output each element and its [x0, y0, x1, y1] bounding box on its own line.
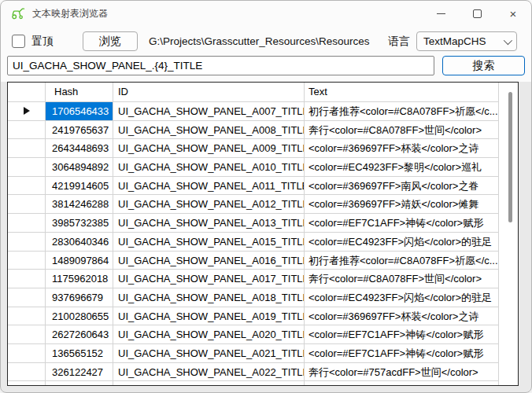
table-row[interactable]: 326122427 UI_GACHA_SHOW_PANEL_A022_TITLE… — [8, 363, 499, 382]
pin-on-top-label[interactable]: 置顶 — [31, 35, 54, 49]
table-header-text[interactable]: Text — [305, 83, 499, 102]
text-cell[interactable]: 奔行<color=#757acdFF>世间</color> — [305, 363, 499, 382]
pin-on-top-checkbox[interactable] — [12, 35, 25, 48]
minimize-button[interactable] — [423, 1, 459, 26]
table-row[interactable]: 3814246288 UI_GACHA_SHOW_PANEL_A012_TITL… — [8, 195, 499, 214]
row-selector-cell[interactable] — [8, 121, 46, 140]
text-cell[interactable]: <color=#EF7C1AFF>神铸</color>赋形 — [305, 214, 499, 233]
table-header: Hash ID Text — [8, 83, 499, 102]
id-cell[interactable]: UI_GACHA_SHOW_PANEL_A009_TITLE — [113, 139, 305, 158]
browse-button[interactable]: 浏览 — [83, 31, 138, 51]
id-cell[interactable]: UI_GACHA_SHOW_PANEL_A022_TITLE — [113, 363, 305, 382]
titlebar[interactable]: 文本映射表浏览器 × — [1, 1, 531, 26]
text-cell[interactable]: <color=#369697FF>杯装</color>之诗 — [305, 139, 499, 158]
hash-cell[interactable]: 3064894892 — [46, 158, 113, 177]
text-cell[interactable]: <color=#369697FF>靖妖</color>傩舞 — [305, 195, 499, 214]
table-row[interactable]: 2627260643 UI_GACHA_SHOW_PANEL_A020_TITL… — [8, 325, 499, 344]
row-selector-cell[interactable] — [8, 381, 46, 386]
row-selector-cell[interactable] — [8, 344, 46, 363]
row-selector-cell[interactable] — [8, 214, 46, 233]
hash-cell[interactable]: 1489097864 — [46, 252, 113, 270]
hash-cell[interactable]: 1706546433 — [46, 102, 113, 121]
text-cell[interactable]: <color=#369697FF>杯装</color>之诗 — [305, 307, 499, 326]
id-cell[interactable]: UI_GACHA_SHOW_PANEL_A020_TITLE — [113, 325, 305, 344]
id-cell[interactable]: UI_GACHA_SHOW_PANEL_A010_TITLE — [113, 158, 305, 177]
row-selector-cell[interactable] — [8, 325, 46, 344]
text-cell[interactable]: 初行者推荐<color=#C8A078FF>祈愿</c... — [305, 102, 499, 121]
text-cell[interactable]: 初行者推荐<color=#C8A078FF>祈愿</c... — [305, 252, 499, 270]
current-row-arrow-icon — [24, 107, 30, 115]
text-cell[interactable]: <color=#EF7C1AFF>神铸</color>赋形 — [305, 325, 499, 344]
table-row[interactable]: 136565152 UI_GACHA_SHOW_PANEL_A021_TITLE… — [8, 344, 499, 363]
table-header-hash[interactable]: Hash — [46, 83, 113, 102]
hash-cell[interactable]: 2830640346 — [46, 233, 113, 252]
hash-cell[interactable] — [46, 381, 113, 386]
text-cell[interactable]: <color=#EF7C1AFF>神铸</color>赋形 — [305, 344, 499, 363]
hash-cell[interactable]: 2100280655 — [46, 307, 113, 326]
id-cell[interactable]: UI_GACHA_SHOW_PANEL_A018_TITLE — [113, 288, 305, 307]
table-row[interactable]: 2419765637 UI_GACHA_SHOW_PANEL_A008_TITL… — [8, 121, 499, 140]
table-row[interactable]: 2830640346 UI_GACHA_SHOW_PANEL_A015_TITL… — [8, 233, 499, 252]
hash-cell[interactable]: 2419765637 — [46, 121, 113, 140]
close-button[interactable]: × — [495, 1, 531, 26]
row-selector-cell[interactable] — [8, 307, 46, 326]
language-dropdown[interactable]: TextMapCHS — [416, 31, 517, 51]
language-label: 语言 — [388, 35, 410, 49]
search-button[interactable]: 搜索 — [442, 56, 525, 75]
table-header-row-selector — [8, 83, 46, 102]
hash-cell[interactable]: 4219914605 — [46, 177, 113, 196]
row-selector-cell[interactable] — [8, 270, 46, 288]
maximize-button[interactable] — [459, 1, 495, 26]
table-row[interactable]: 2100280655 UI_GACHA_SHOW_PANEL_A019_TITL… — [8, 307, 499, 326]
table-row[interactable]: 1489097864 UI_GACHA_SHOW_PANEL_A016_TITL… — [8, 252, 499, 270]
row-selector-cell[interactable] — [8, 102, 46, 121]
text-cell[interactable]: 奔行<color=#C8A078FF>世间</color> — [305, 270, 499, 288]
hash-cell[interactable]: 2643448693 — [46, 139, 113, 158]
id-cell[interactable] — [113, 381, 305, 386]
app-window: 文本映射表浏览器 × 置顶 浏览 G:\Projects\Grasscutter… — [0, 0, 532, 393]
row-selector-cell[interactable] — [8, 177, 46, 196]
table-row[interactable]: 1706546433 UI_GACHA_SHOW_PANEL_A007_TITL… — [8, 102, 499, 121]
text-cell[interactable]: <color=#EC4923FF>闪焰</color>的驻足 — [305, 288, 499, 307]
id-cell[interactable]: UI_GACHA_SHOW_PANEL_A017_TITLE — [113, 270, 305, 288]
row-selector-cell[interactable] — [8, 363, 46, 382]
id-cell[interactable]: UI_GACHA_SHOW_PANEL_A007_TITLE — [113, 102, 305, 121]
table-row[interactable]: 937696679 UI_GACHA_SHOW_PANEL_A018_TITLE… — [8, 288, 499, 307]
table-row[interactable]: 3064894892 UI_GACHA_SHOW_PANEL_A010_TITL… — [8, 158, 499, 177]
hash-cell[interactable]: 136565152 — [46, 344, 113, 363]
id-cell[interactable]: UI_GACHA_SHOW_PANEL_A015_TITLE — [113, 233, 305, 252]
id-cell[interactable]: UI_GACHA_SHOW_PANEL_A021_TITLE — [113, 344, 305, 363]
row-selector-cell[interactable] — [8, 158, 46, 177]
table-row[interactable]: 1175962018 UI_GACHA_SHOW_PANEL_A017_TITL… — [8, 270, 499, 288]
table-header-id[interactable]: ID — [113, 83, 305, 102]
text-cell[interactable]: 初行者推荐<color=#C8A078FF>祈愿</c... — [305, 381, 499, 386]
id-cell[interactable]: UI_GACHA_SHOW_PANEL_A019_TITLE — [113, 307, 305, 326]
table-row-partial[interactable]: 初行者推荐<color=#C8A078FF>祈愿</c... — [8, 381, 499, 386]
vertical-scrollbar-thumb[interactable] — [508, 92, 512, 222]
hash-cell[interactable]: 937696679 — [46, 288, 113, 307]
row-selector-cell[interactable] — [8, 139, 46, 158]
row-selector-cell[interactable] — [8, 288, 46, 307]
id-cell[interactable]: UI_GACHA_SHOW_PANEL_A016_TITLE — [113, 252, 305, 270]
row-selector-cell[interactable] — [8, 252, 46, 270]
hash-cell[interactable]: 3814246288 — [46, 195, 113, 214]
search-input[interactable] — [7, 56, 434, 75]
id-cell[interactable]: UI_GACHA_SHOW_PANEL_A008_TITLE — [113, 121, 305, 140]
window-title: 文本映射表浏览器 — [32, 7, 108, 20]
text-cell[interactable]: <color=#369697FF>南风</color>之眷 — [305, 177, 499, 196]
text-cell[interactable]: <color=#EC4923FF>黎明</color>巡礼 — [305, 158, 499, 177]
table-row[interactable]: 4219914605 UI_GACHA_SHOW_PANEL_A011_TITL… — [8, 177, 499, 196]
hash-cell[interactable]: 326122427 — [46, 363, 113, 382]
text-cell[interactable]: <color=#EC4923FF>闪焰</color>的驻足 — [305, 233, 499, 252]
id-cell[interactable]: UI_GACHA_SHOW_PANEL_A012_TITLE — [113, 195, 305, 214]
hash-cell[interactable]: 3985732385 — [46, 214, 113, 233]
hash-cell[interactable]: 2627260643 — [46, 325, 113, 344]
id-cell[interactable]: UI_GACHA_SHOW_PANEL_A013_TITLE — [113, 214, 305, 233]
table-row[interactable]: 2643448693 UI_GACHA_SHOW_PANEL_A009_TITL… — [8, 139, 499, 158]
hash-cell[interactable]: 1175962018 — [46, 270, 113, 288]
id-cell[interactable]: UI_GACHA_SHOW_PANEL_A011_TITLE — [113, 177, 305, 196]
row-selector-cell[interactable] — [8, 195, 46, 214]
text-cell[interactable]: 奔行<color=#C8A078FF>世间</color> — [305, 121, 499, 140]
row-selector-cell[interactable] — [8, 233, 46, 252]
table-row[interactable]: 3985732385 UI_GACHA_SHOW_PANEL_A013_TITL… — [8, 214, 499, 233]
